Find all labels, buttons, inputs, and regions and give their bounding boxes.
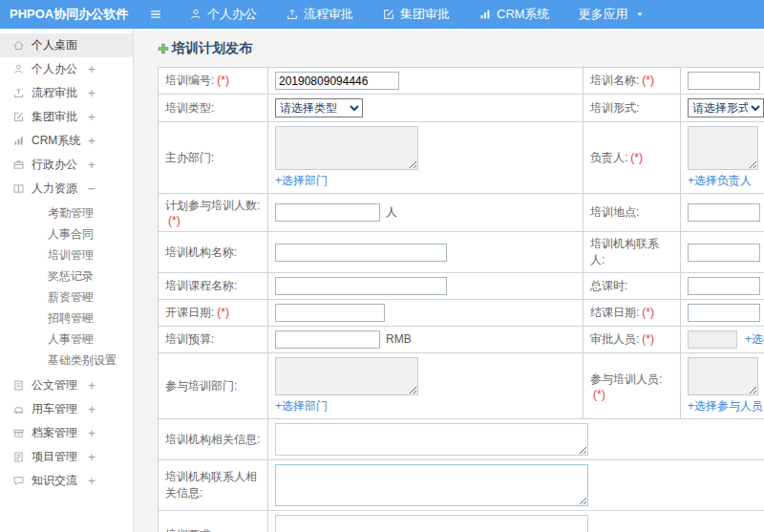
sidebar-submenu: 考勤管理人事合同培训管理奖惩记录薪资管理+招聘管理+人事管理+基础类别设置+ — [0, 201, 133, 373]
expand-toggle-icon[interactable]: + — [88, 474, 96, 488]
sidebar-subitem[interactable]: 基础类别设置+ — [0, 350, 133, 371]
text-input[interactable] — [275, 244, 447, 262]
expand-toggle-icon[interactable]: + — [81, 332, 89, 347]
picker-link[interactable]: +选择部门 — [275, 174, 328, 187]
form-row: 主办部门:+选择部门负责人:(*)+选择负责人 — [159, 122, 764, 194]
page-title: 培训计划发布 — [172, 40, 252, 57]
text-input[interactable] — [275, 330, 380, 349]
sidebar-subitem[interactable]: 人事合同 — [0, 223, 133, 245]
field-value-cell — [268, 300, 584, 327]
picker-link[interactable]: +选择部门 — [275, 399, 328, 413]
textarea-input[interactable] — [275, 126, 418, 170]
expand-toggle-icon[interactable]: + — [81, 290, 89, 305]
field-label-cell: 培训课程名称: — [159, 273, 268, 300]
textarea-input[interactable] — [688, 126, 758, 170]
sidebar-subitem[interactable]: 培训管理 — [0, 245, 133, 266]
field-value-cell: 请选择形式 — [681, 95, 764, 122]
sidebar-subitem[interactable]: 人事管理+ — [0, 329, 133, 350]
sidebar-item[interactable]: 用车管理+ — [0, 397, 133, 421]
expand-toggle-icon[interactable]: + — [81, 353, 89, 368]
topbar-menu-label: 更多应用 — [579, 6, 628, 23]
text-input[interactable] — [688, 203, 760, 222]
form-row: 培训机构相关信息: — [159, 419, 764, 460]
sidebar-item[interactable]: 档案管理+ — [0, 421, 133, 445]
expand-toggle-icon[interactable]: + — [88, 450, 96, 464]
field-label-cell: 培训编号:(*) — [159, 68, 268, 95]
expand-toggle-icon[interactable]: + — [88, 62, 96, 76]
topbar-menu-item[interactable]: 更多应用 — [579, 6, 645, 23]
expand-toggle-icon[interactable]: + — [88, 158, 96, 172]
sidebar-item[interactable]: 流程审批+ — [0, 81, 133, 105]
text-input[interactable] — [688, 244, 760, 262]
field-label: 参与培训人员: — [590, 372, 662, 386]
topbar-menu-label: CRM系统 — [497, 6, 550, 23]
picker-link[interactable]: +选择负责人 — [688, 174, 752, 187]
text-input[interactable] — [688, 304, 760, 322]
textarea-input[interactable] — [275, 464, 588, 506]
home-icon — [12, 39, 25, 52]
topbar-menu-item[interactable]: 个人办公 — [189, 6, 257, 23]
text-input[interactable] — [275, 277, 447, 295]
field-label: 培训课程名称: — [165, 279, 237, 292]
sidebar-subitem[interactable]: 薪资管理+ — [0, 287, 133, 308]
field-label-cell: 计划参与培训人数:(*) — [159, 194, 268, 232]
textarea-input[interactable] — [275, 515, 588, 532]
field-unit-suffix: RMB — [386, 332, 412, 346]
add-icon — [158, 43, 169, 54]
text-input[interactable] — [688, 330, 737, 349]
sidebar-item[interactable]: 知识交流+ — [0, 469, 133, 493]
field-label: 主办部门: — [165, 151, 214, 164]
textarea-input[interactable] — [275, 423, 588, 456]
topbar-menu-item[interactable]: 流程审批 — [286, 6, 353, 23]
text-input[interactable] — [688, 277, 760, 295]
sidebar-subitem[interactable]: 招聘管理+ — [0, 308, 133, 329]
expand-toggle-icon[interactable]: + — [88, 110, 96, 124]
field-label: 总课时: — [590, 279, 627, 292]
picker-link[interactable]: +选择审批人员 — [745, 332, 764, 346]
topbar-menu-item[interactable]: CRM系统 — [478, 6, 550, 23]
text-input[interactable] — [275, 304, 385, 322]
field-value-cell: +选择参与人员 — [681, 353, 764, 419]
upload-icon — [12, 87, 25, 99]
field-value-cell — [268, 232, 584, 273]
select-input[interactable]: 请选择类型 — [275, 98, 363, 117]
sidebar-subitem[interactable]: 奖惩记录 — [0, 266, 133, 287]
sidebar-item[interactable]: 行政办公+ — [0, 153, 133, 177]
expand-toggle-icon[interactable]: + — [88, 426, 96, 440]
expand-toggle-icon[interactable]: + — [81, 311, 89, 326]
field-label-cell: 总课时: — [584, 273, 681, 300]
required-mark: (*) — [642, 74, 654, 87]
expand-toggle-icon[interactable]: − — [88, 181, 96, 196]
sidebar-item-label: 行政办公 — [32, 157, 77, 173]
text-input[interactable] — [688, 72, 760, 90]
field-value-cell: +选择部门 — [268, 122, 584, 194]
sidebar-item[interactable]: 公文管理+ — [0, 373, 133, 397]
field-label-cell: 培训形式: — [584, 95, 681, 122]
picker-link[interactable]: +选择参与人员 — [688, 399, 763, 413]
field-label: 开课日期: — [165, 306, 214, 319]
textarea-input[interactable] — [275, 357, 418, 395]
text-input[interactable] — [275, 203, 380, 222]
main-content: 培训计划发布 培训编号:(*)培训名称:(*)培训类型:请选择类型培训形式:请选… — [134, 29, 764, 532]
sidebar-item[interactable]: 集团审批+ — [0, 105, 133, 129]
field-label-cell: 主办部门: — [159, 122, 268, 194]
form-row: 培训机构名称:培训机构联系人: — [159, 232, 764, 273]
textarea-input[interactable] — [688, 357, 758, 395]
field-label: 培训编号: — [165, 74, 214, 87]
text-input[interactable] — [275, 72, 399, 90]
form-row: 培训编号:(*)培训名称:(*) — [159, 68, 764, 95]
expand-toggle-icon[interactable]: + — [88, 134, 96, 148]
expand-toggle-icon[interactable]: + — [88, 86, 96, 100]
hamburger-menu-icon[interactable] — [147, 8, 164, 21]
sidebar-item[interactable]: CRM系统+ — [0, 129, 133, 153]
sidebar-item[interactable]: 项目管理+ — [0, 445, 133, 469]
form-row: 培训要求: — [159, 511, 764, 532]
sidebar-item[interactable]: 人力资源− — [0, 177, 133, 201]
topbar-menu-item[interactable]: 集团审批 — [382, 6, 450, 23]
sidebar-item[interactable]: 个人办公+ — [0, 57, 133, 81]
sidebar-item[interactable]: 个人桌面 — [0, 33, 133, 57]
expand-toggle-icon[interactable]: + — [88, 402, 96, 416]
select-input[interactable]: 请选择形式 — [688, 98, 764, 117]
expand-toggle-icon[interactable]: + — [88, 378, 96, 393]
sidebar-subitem[interactable]: 考勤管理 — [0, 202, 133, 223]
